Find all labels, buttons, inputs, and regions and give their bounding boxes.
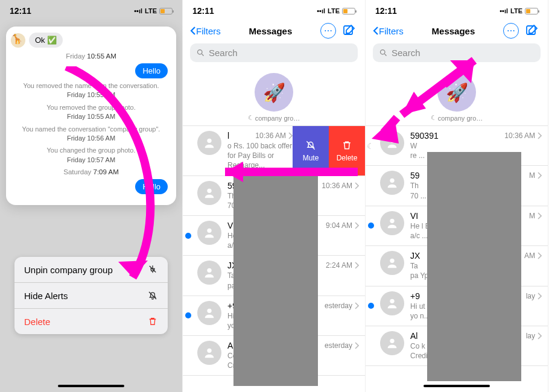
- nav-bar: Filters Messages ⋯: [183, 22, 365, 40]
- sender-avatar: 🦒: [11, 33, 25, 48]
- message-time: esterday: [325, 341, 359, 350]
- contact-name: 590391: [410, 131, 439, 141]
- context-menu: Unpin company group Hide Alerts Delete: [14, 257, 168, 334]
- trash-icon: [341, 139, 353, 151]
- compose-icon: [525, 23, 539, 37]
- delete-label: Delete: [337, 154, 358, 162]
- screen-messages-swipe: 12:11 ••ılLTE Filters Messages ⋯ Search …: [183, 0, 366, 392]
- filters-button[interactable]: Filters: [190, 26, 221, 36]
- screen-messages-muted: 12:11 ••ılLTE Filters Messages ⋯ Search …: [366, 0, 548, 392]
- status-time: 12:11: [375, 6, 397, 16]
- message-time: lay: [526, 292, 542, 300]
- hide-alerts-menu-item[interactable]: Hide Alerts: [14, 283, 168, 309]
- pinned-label: ☾company gro…: [248, 114, 300, 122]
- mute-label: Mute: [303, 154, 319, 162]
- contact-avatar: [380, 331, 404, 355]
- outgoing-bubble: Hello: [135, 63, 168, 78]
- status-bar: 12:11 ••ılLTE: [366, 0, 548, 22]
- swipe-actions: MuteDelete: [293, 126, 365, 175]
- home-indicator[interactable]: [424, 385, 490, 387]
- pinned-conversation[interactable]: 🚀 ☾company gro…: [431, 73, 483, 122]
- ellipsis-icon: ⋯: [507, 26, 515, 36]
- contact-name: l: [227, 131, 229, 141]
- search-input[interactable]: Search: [373, 43, 541, 62]
- contact-name: VI: [410, 211, 418, 221]
- delete-button[interactable]: Delete: [329, 126, 365, 175]
- message-time: 10:36 AM: [322, 182, 359, 190]
- contact-avatar: [380, 291, 404, 315]
- compose-button[interactable]: [342, 23, 358, 39]
- message-time: 10:36 AM: [504, 131, 542, 140]
- svg-point-5: [207, 229, 211, 233]
- message-time: 10:36 AM: [255, 131, 293, 140]
- search-input[interactable]: Search: [190, 43, 358, 62]
- message-time: lay: [526, 332, 542, 340]
- contact-name: +9: [410, 291, 420, 301]
- svg-point-4: [207, 188, 211, 192]
- moon-icon: ☾: [431, 114, 437, 122]
- outgoing-bubble: Hello: [135, 179, 168, 194]
- menu-label: Unpin company group: [24, 265, 113, 275]
- filters-button[interactable]: Filters: [373, 26, 404, 36]
- compose-button[interactable]: [525, 23, 541, 39]
- status-indicators: ••ılLTE: [500, 7, 538, 14]
- page-title: Messages: [249, 26, 293, 36]
- message-time: M: [529, 212, 542, 220]
- trash-icon: [147, 316, 158, 327]
- contact-avatar: [197, 341, 221, 365]
- search-placeholder: Search: [209, 48, 238, 58]
- contact-name: 59: [410, 171, 420, 180]
- contact-avatar: [380, 171, 404, 195]
- pinned-conversation[interactable]: 🚀 ☾company gro…: [248, 73, 300, 122]
- unread-dot: [185, 233, 191, 239]
- status-time: 12:11: [10, 6, 31, 16]
- system-message: You named the conversation "company grou…: [17, 125, 165, 144]
- contact-avatar: [197, 261, 221, 285]
- contact-avatar: [197, 181, 221, 205]
- mute-button[interactable]: Mute: [293, 126, 329, 175]
- timestamp: Friday 10:55 AM: [11, 52, 171, 60]
- ellipsis-icon: ⋯: [324, 26, 332, 36]
- conversation-row[interactable]: l10:36 AM o Rs. 100 back offerfor Pay Bi…: [183, 126, 365, 176]
- svg-point-12: [381, 50, 386, 55]
- svg-point-2: [198, 50, 203, 55]
- message-preview: o Rs. 100 back offerfor Pay Bills or Rec…: [227, 141, 293, 171]
- conversation-preview-card: 🦒 Ok ✅ Friday 10:55 AM Hello You removed…: [6, 27, 176, 205]
- message-time: AM: [524, 251, 542, 260]
- more-button[interactable]: ⋯: [320, 23, 336, 39]
- contact-avatar: [380, 211, 404, 235]
- incoming-bubble: Ok ✅: [29, 33, 63, 48]
- svg-point-7: [207, 308, 211, 312]
- delete-menu-item[interactable]: Delete: [14, 309, 168, 334]
- more-button[interactable]: ⋯: [503, 23, 519, 39]
- chevron-left-icon: [190, 26, 196, 36]
- status-indicators: ••ıl LTE: [134, 7, 173, 14]
- message-time: esterday: [325, 302, 359, 310]
- svg-point-18: [390, 339, 394, 343]
- svg-point-3: [207, 139, 211, 143]
- svg-point-6: [207, 268, 211, 273]
- nav-bar: Filters Messages ⋯: [366, 22, 548, 40]
- unread-dot: [368, 223, 374, 229]
- system-message: You removed the group photo.Friday 10:55…: [17, 103, 165, 122]
- screen-conversation-context-menu: 12:11 ••ıl LTE 🦒 Ok ✅ Friday 10:55 AM He…: [0, 0, 183, 392]
- message-time: 2:24 AM: [326, 261, 359, 270]
- contact-name: Al: [410, 331, 417, 341]
- moon-icon: ☾: [248, 114, 254, 122]
- incoming-message-row: 🦒 Ok ✅: [11, 33, 171, 48]
- redaction-block: [233, 175, 318, 386]
- unpin-menu-item[interactable]: Unpin company group: [14, 257, 168, 283]
- system-message: You changed the group photo.Friday 10:57…: [17, 146, 165, 165]
- unread-dot: [185, 312, 191, 318]
- svg-point-13: [390, 139, 394, 143]
- pinned-label: ☾company gro…: [431, 114, 483, 122]
- filters-label: Filters: [196, 26, 221, 36]
- home-indicator[interactable]: [58, 385, 124, 387]
- muted-indicator-icon: ☾: [367, 141, 374, 150]
- message-time: M: [529, 171, 542, 180]
- svg-point-15: [390, 218, 394, 223]
- search-icon: [379, 48, 388, 57]
- system-message: You removed the name from the conversati…: [17, 81, 165, 100]
- bell-slash-icon: [305, 139, 317, 151]
- status-bar: 12:11 ••ılLTE: [183, 0, 365, 22]
